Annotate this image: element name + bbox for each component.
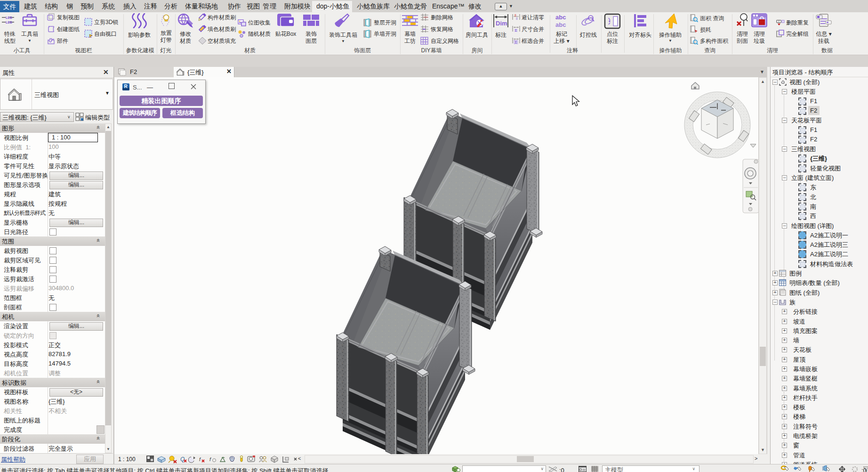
svg-text:8: 8 <box>514 14 516 17</box>
svg-text:LED: LED <box>6 16 12 19</box>
svg-text:Σ: Σ <box>515 41 517 44</box>
svg-text:LED: LED <box>6 21 12 24</box>
svg-text:abc: abc <box>555 14 566 21</box>
svg-text:f: f <box>209 456 211 462</box>
svg-text:Σ: Σ <box>515 29 517 32</box>
svg-text:1 : 100: 1 : 100 <box>118 456 136 463</box>
svg-text:abc: abc <box>555 21 566 28</box>
svg-text:Dim: Dim <box>496 20 507 27</box>
svg-text:xyx: xyx <box>424 16 428 18</box>
svg-text:R: R <box>124 84 128 89</box>
svg-text:8: 8 <box>516 17 518 20</box>
svg-text:f: f <box>199 456 201 462</box>
